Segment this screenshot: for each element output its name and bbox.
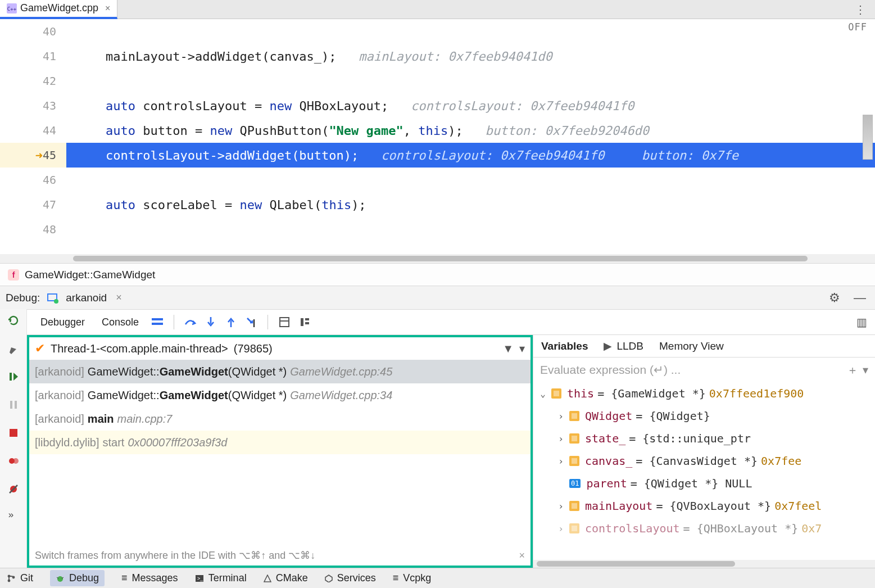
variable-node[interactable]: ›state_ = {std::unique_ptr	[533, 427, 875, 450]
code-area[interactable]: OFF mainLayout->addWidget(canvas_); main…	[66, 19, 875, 254]
debug-left-rail: »	[0, 309, 27, 568]
variable-node[interactable]: ›controlsLayout = {QHBoxLayout *} 0x7	[533, 517, 875, 540]
thread-view-icon[interactable]	[148, 313, 167, 332]
debug-tool-window-button[interactable]: Debug	[50, 570, 105, 586]
tree-twisty-icon[interactable]: ⌄	[538, 388, 548, 399]
file-tab-gamewidget[interactable]: C++ GameWidget.cpp ×	[0, 0, 117, 19]
stack-frame[interactable]: [arkanoid] main main.cpp:7	[29, 407, 531, 431]
check-icon: ✔	[35, 341, 45, 356]
svg-rect-13	[152, 323, 163, 325]
field-icon	[569, 501, 579, 511]
svg-point-22	[8, 575, 11, 577]
code-editor[interactable]: 40 41 42 43 44 ➜45 46 47 48 OFF mainLayo…	[0, 19, 875, 254]
memory-view-tab[interactable]: Memory View	[659, 340, 724, 352]
tree-twisty-icon[interactable]: ›	[556, 523, 566, 534]
tree-twisty-icon[interactable]: ›	[556, 433, 566, 444]
add-watch-icon[interactable]: ＋	[847, 363, 858, 378]
messages-tool-window-button[interactable]: ≡Messages	[121, 572, 178, 584]
variable-node[interactable]: ›mainLayout = {QVBoxLayout *} 0x7feel	[533, 495, 875, 517]
svg-point-3	[54, 299, 58, 304]
svg-rect-20	[305, 318, 309, 320]
editor-tabs: C++ GameWidget.cpp × ⋮	[0, 0, 875, 19]
stack-frame[interactable]: [libdyld.dylib] start 0x00007fff203a9f3d	[29, 431, 531, 454]
thread-selector[interactable]: ✔ Thread-1-<com.apple.main-thread> (7986…	[29, 337, 531, 360]
field-icon	[569, 433, 579, 444]
settings-icon[interactable]: ⚙	[826, 291, 844, 305]
resume-icon[interactable]	[6, 369, 21, 385]
layout-settings-icon[interactable]: ▥	[856, 315, 875, 329]
editor-horizontal-scrollbar[interactable]	[0, 254, 875, 263]
trace-icon[interactable]	[295, 313, 314, 332]
close-session-icon[interactable]: ×	[116, 292, 122, 304]
filter-icon[interactable]: ▼	[502, 342, 514, 355]
breadcrumb[interactable]: f GameWidget::GameWidget	[0, 263, 875, 286]
variables-horizontal-scrollbar[interactable]	[533, 560, 875, 568]
lldb-tab[interactable]: ▶LLDB	[604, 340, 643, 352]
tree-twisty-icon[interactable]: ›	[556, 501, 566, 512]
evaluate-expression-icon[interactable]	[275, 313, 294, 332]
frames-panel: ✔ Thread-1-<com.apple.main-thread> (7986…	[27, 335, 533, 568]
vcpkg-icon: ≡	[393, 572, 399, 584]
variable-node[interactable]: ›QWidget = {QWidget}	[533, 405, 875, 427]
run-config-icon	[47, 292, 59, 304]
debug-toolbar: Debugger Console ▥	[27, 309, 875, 335]
pause-icon[interactable]	[6, 397, 21, 413]
line-number-current: ➜45	[0, 143, 66, 168]
svg-rect-19	[301, 318, 303, 326]
variables-panel: Variables ▶LLDB Memory View Evaluate exp…	[533, 335, 875, 568]
git-tool-window-button[interactable]: Git	[7, 572, 33, 584]
line-number: 40	[0, 19, 66, 44]
minimap[interactable]	[863, 115, 873, 160]
run-to-cursor-icon[interactable]	[242, 313, 261, 332]
variables-tree[interactable]: ⌄this = {GameWidget *} 0x7ffeed1ef900›QW…	[533, 382, 875, 560]
debug-label: Debug:	[6, 292, 40, 304]
step-over-icon[interactable]	[181, 313, 200, 332]
cpp-file-icon: C++	[7, 3, 17, 13]
stop-icon[interactable]	[6, 425, 21, 441]
cmake-tool-window-button[interactable]: CMake	[264, 572, 308, 584]
tree-twisty-icon[interactable]: ›	[556, 411, 566, 422]
breadcrumb-text: GameWidget::GameWidget	[25, 269, 155, 281]
console-tab[interactable]: Console	[94, 313, 147, 332]
field-icon	[551, 388, 561, 399]
stack-frame[interactable]: [arkanoid] GameWidget::GameWidget(QWidge…	[29, 360, 531, 383]
terminal-tool-window-button[interactable]: >_Terminal	[195, 572, 247, 584]
step-out-icon[interactable]	[221, 313, 241, 332]
variable-node[interactable]: ⌄this = {GameWidget *} 0x7ffeed1ef900	[533, 382, 875, 405]
tree-twisty-icon[interactable]: ›	[556, 456, 566, 467]
more-icon[interactable]: »	[8, 509, 18, 521]
stack-frame[interactable]: [arkanoid] GameWidget::GameWidget(QWidge…	[29, 383, 531, 407]
branch-icon	[7, 574, 16, 583]
rerun-icon[interactable]	[6, 313, 21, 328]
bug-icon	[56, 574, 65, 583]
watch-options-icon[interactable]: ▾	[863, 363, 868, 377]
step-into-icon[interactable]	[201, 313, 220, 332]
tab-options-icon[interactable]: ⋮	[846, 3, 875, 16]
evaluate-expression-input[interactable]: Evaluate expression (↵) ... ＋ ▾	[533, 358, 875, 382]
minimize-icon[interactable]: —	[850, 291, 869, 305]
variable-node[interactable]: 01parent = {QWidget *} NULL	[533, 472, 875, 495]
close-tab-icon[interactable]: ×	[105, 3, 110, 13]
variable-node[interactable]: ›canvas_ = {CanvasWidget *} 0x7fee	[533, 450, 875, 472]
services-tool-window-button[interactable]: Services	[325, 572, 376, 584]
dismiss-hint-icon[interactable]: ×	[519, 550, 525, 562]
debugger-tab[interactable]: Debugger	[33, 313, 93, 332]
svg-rect-21	[305, 322, 309, 324]
mute-breakpoints-icon[interactable]	[6, 481, 21, 497]
messages-icon: ≡	[121, 572, 128, 584]
line-number: 48	[0, 217, 66, 242]
inspections-off-badge[interactable]: OFF	[848, 21, 867, 33]
thread-dropdown-icon[interactable]: ▾	[519, 342, 525, 355]
gutter: 40 41 42 43 44 ➜45 46 47 48	[0, 19, 66, 254]
svg-rect-6	[15, 401, 17, 409]
file-tab-label: GameWidget.cpp	[20, 2, 98, 14]
vcpkg-tool-window-button[interactable]: ≡Vcpkg	[393, 572, 432, 584]
variables-tab[interactable]: Variables	[541, 340, 588, 352]
svg-rect-5	[10, 401, 12, 409]
run-config-name[interactable]: arkanoid	[66, 292, 107, 304]
execution-line: controlsLayout->addWidget(button); contr…	[66, 143, 875, 168]
modify-run-config-icon[interactable]	[6, 341, 21, 356]
view-breakpoints-icon[interactable]	[6, 453, 21, 469]
svg-rect-7	[10, 429, 17, 437]
terminal-icon: >_	[195, 575, 204, 582]
